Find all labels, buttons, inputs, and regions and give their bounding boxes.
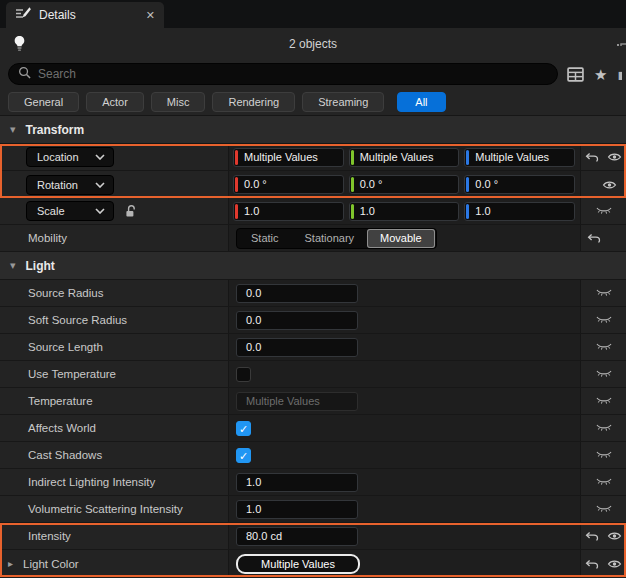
location-z-field[interactable]: Multiple Values [464,148,575,167]
chevron-down-icon [95,208,105,214]
row-light-color: ▸ Light Color Multiple Values [0,550,626,577]
source-length-label: Source Length [28,341,103,353]
selection-header: 2 objects [0,28,626,60]
scale-dropdown[interactable]: Scale [26,201,114,221]
row-cast-shadows: Cast Shadows ✓ [0,442,626,469]
row-indirect-lighting-intensity: Indirect Lighting Intensity 1.0 [0,469,626,496]
rotation-x-field[interactable]: 0.0 ° [233,175,344,194]
intensity-field[interactable]: 80.0 cd [236,527,358,546]
eye-closed-icon[interactable] [596,396,612,406]
collapse-arrow-icon[interactable]: ▾ [10,123,16,136]
affects-world-checkbox[interactable]: ✓ [236,421,251,436]
expander-arrow-icon[interactable]: ▸ [8,558,13,569]
light-color-label: Light Color [23,558,79,570]
row-intensity: Intensity 80.0 cd [0,523,626,550]
tab-bar: Details ✕ [0,0,626,28]
filter-rendering[interactable]: Rendering [212,92,295,112]
location-label: Location [37,151,79,163]
location-x-field[interactable]: Multiple Values [233,148,344,167]
section-title: Transform [26,123,85,137]
eye-closed-icon[interactable] [596,423,612,433]
eye-icon[interactable] [607,530,622,542]
mobility-movable[interactable]: Movable [367,229,435,248]
use-temperature-checkbox[interactable] [236,367,251,382]
volumetric-scattering-intensity-field[interactable]: 1.0 [236,500,358,519]
row-location: Location Multiple Values Multiple Values… [0,144,626,171]
location-y-field[interactable]: Multiple Values [349,148,460,167]
filter-general[interactable]: General [8,92,79,112]
row-rotation: Rotation 0.0 ° 0.0 ° 0.0 ° [0,171,626,198]
reset-to-default-icon[interactable] [585,558,599,570]
tab-details[interactable]: Details ✕ [6,2,164,28]
rotation-dropdown[interactable]: Rotation [26,175,114,195]
section-title: Light [26,259,55,273]
search-input[interactable]: Search [8,63,558,85]
source-length-field[interactable]: 0.0 [236,338,358,357]
search-placeholder: Search [38,67,76,81]
eye-closed-icon[interactable] [596,342,612,352]
indirect-lighting-intensity-label: Indirect Lighting Intensity [28,476,155,488]
mobility-static[interactable]: Static [238,229,292,248]
volumetric-scattering-intensity-label: Volumetric Scattering Intensity [28,503,183,515]
soft-source-radius-field[interactable]: 0.0 [236,311,358,330]
clipped-icon: ▮ [617,68,622,80]
highlighted-light-rows: Intensity 80.0 cd ▸ Light Color Multiple… [0,523,626,577]
row-source-length: Source Length 0.0 [0,334,626,361]
row-mobility: Mobility Static Stationary Movable [0,225,626,252]
collapse-arrow-icon[interactable]: ▾ [10,259,16,272]
temperature-label: Temperature [28,395,93,407]
eye-closed-icon[interactable] [596,477,612,487]
scale-y-field[interactable]: 1.0 [349,202,460,221]
light-color-swatch[interactable]: Multiple Values [236,554,360,574]
lock-open-icon[interactable] [124,204,138,218]
eye-closed-icon[interactable] [596,504,612,514]
rotation-z-field[interactable]: 0.0 ° [464,175,575,194]
favorites-star-icon[interactable]: ★ [594,67,607,82]
tab-title: Details [39,8,76,22]
search-row: Search ★ ▮ [0,60,626,88]
details-panel-icon [15,6,31,24]
reset-to-default-icon[interactable] [585,151,599,163]
tab-close-icon[interactable]: ✕ [146,9,155,22]
eye-closed-icon[interactable] [596,206,612,216]
indirect-lighting-intensity-field[interactable]: 1.0 [236,473,358,492]
chevron-down-icon [95,154,105,160]
mobility-stationary[interactable]: Stationary [292,229,368,248]
filter-misc[interactable]: Misc [151,92,206,112]
eye-closed-icon[interactable] [596,450,612,460]
row-affects-world: Affects World ✓ [0,415,626,442]
clipped-icon [617,37,626,46]
intensity-label: Intensity [28,530,71,542]
filter-all[interactable]: All [397,92,445,112]
section-transform[interactable]: ▾ Transform [0,116,626,144]
eye-closed-icon[interactable] [596,288,612,298]
row-volumetric-scattering-intensity: Volumetric Scattering Intensity 1.0 [0,496,626,523]
scale-z-field[interactable]: 1.0 [464,202,575,221]
affects-world-label: Affects World [28,422,96,434]
reset-to-default-icon[interactable] [585,530,599,542]
eye-icon[interactable] [607,151,622,163]
eye-icon[interactable] [602,179,617,191]
section-light[interactable]: ▾ Light [0,252,626,280]
view-options-icon[interactable] [567,67,584,82]
highlighted-transform-rows: Location Multiple Values Multiple Values… [0,144,626,198]
filter-streaming[interactable]: Streaming [302,92,384,112]
use-temperature-label: Use Temperature [28,368,116,380]
source-radius-field[interactable]: 0.0 [236,284,358,303]
eye-closed-icon[interactable] [596,315,612,325]
scale-x-field[interactable]: 1.0 [233,202,344,221]
filter-actor[interactable]: Actor [86,92,144,112]
rotation-y-field[interactable]: 0.0 ° [349,175,460,194]
search-icon [18,65,31,83]
chevron-down-icon [95,182,105,188]
reset-to-default-icon[interactable] [587,232,601,244]
eye-icon[interactable] [607,558,622,570]
scale-label: Scale [37,205,65,217]
mobility-segmented-control: Static Stationary Movable [236,228,437,249]
filter-button-row: General Actor Misc Rendering Streaming A… [0,88,626,116]
objects-count: 2 objects [0,37,626,51]
row-use-temperature: Use Temperature [0,361,626,388]
cast-shadows-checkbox[interactable]: ✓ [236,448,251,463]
eye-closed-icon[interactable] [596,369,612,379]
location-dropdown[interactable]: Location [26,147,114,167]
